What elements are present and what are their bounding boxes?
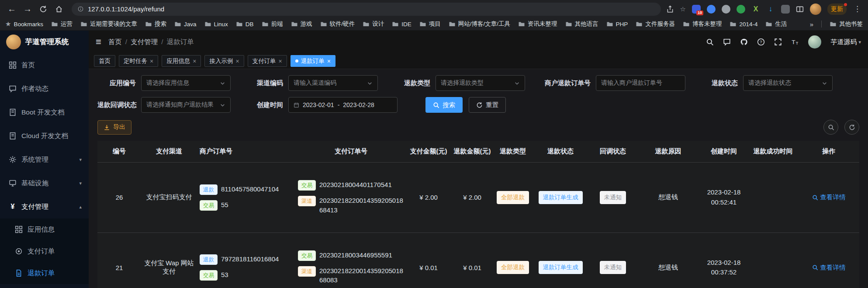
breadcrumb-home[interactable]: 首页 <box>108 38 122 47</box>
sidebar-item-home[interactable]: 首页 <box>0 53 89 77</box>
view-detail-link[interactable]: 查看详情 <box>812 193 846 201</box>
star-icon: ★ <box>5 20 11 28</box>
back-icon: ← <box>7 4 16 14</box>
sidebar-item-system[interactable]: 系统管理 ▾ <box>0 148 89 171</box>
bookmark-folder-item[interactable]: IDE <box>392 20 412 28</box>
bookmark-folder-item[interactable]: 2014-4 <box>730 20 757 28</box>
extension-icon-green-circle[interactable] <box>737 5 745 14</box>
font-size-icon[interactable]: TT <box>791 38 799 46</box>
monitor-icon <box>9 179 17 187</box>
close-icon[interactable]: × <box>150 58 153 65</box>
address-bar[interactable]: 127.0.0.1:1024/pay/refund <box>72 3 661 16</box>
fullscreen-icon[interactable] <box>774 38 782 46</box>
tab-app-info[interactable]: 应用信息× <box>162 55 201 67</box>
merchant-refund-no-input[interactable]: 请输入商户退款订单号 <box>596 75 685 91</box>
bookmark-folder-item[interactable]: 项目 <box>419 20 441 28</box>
message-icon[interactable] <box>723 38 731 46</box>
folder-icon <box>830 21 837 28</box>
extension-icon-red-badge[interactable]: 10 <box>692 5 701 14</box>
bookmark-folder-item[interactable]: 资讯未整理 <box>518 20 557 28</box>
reload-button[interactable] <box>36 2 51 17</box>
bookmark-folder-item[interactable]: 软件/硬件 <box>320 20 355 28</box>
bookmark-folder-item[interactable]: 博客未整理 <box>683 20 722 28</box>
bookmark-folder-item[interactable]: 近期需要读的文章 <box>80 20 137 28</box>
app-no-select[interactable]: 请选择应用信息 <box>141 75 231 91</box>
split-view-icon[interactable] <box>796 5 804 13</box>
tab-refund-orders[interactable]: 退款订单× <box>290 55 335 67</box>
sidebar-item-payment[interactable]: ¥ 支付管理 ▴ <box>0 195 89 219</box>
close-icon[interactable]: × <box>327 58 331 65</box>
refund-status-select[interactable]: 请选择退款状态 <box>743 75 833 91</box>
menu-fold-icon[interactable]: ≡ <box>96 37 101 47</box>
close-icon[interactable]: × <box>279 58 282 65</box>
extension-icon-blue-circle[interactable] <box>707 5 716 14</box>
export-button[interactable]: 导出 <box>97 120 131 135</box>
tab-pay-orders[interactable]: 支付订单× <box>248 55 287 67</box>
bookmark-folder-item[interactable]: 文件服务器 <box>636 20 675 28</box>
bookmark-folder-item[interactable]: PHP <box>606 20 628 28</box>
forward-button[interactable]: → <box>20 2 35 17</box>
user-avatar[interactable] <box>808 35 821 49</box>
bookmark-label: PHP <box>616 21 628 28</box>
extension-icon-download-arrow[interactable]: ↓ <box>766 5 775 14</box>
home-button[interactable] <box>52 2 66 17</box>
extension-icon-gray-circle[interactable] <box>722 5 730 14</box>
tab-demo[interactable]: 接入示例× <box>204 55 244 67</box>
bookmark-folder-item[interactable]: 网站/博客/文章/工具 <box>449 20 510 28</box>
refresh-table-button[interactable] <box>844 120 859 135</box>
folder-icon <box>565 21 572 28</box>
site-info-icon[interactable] <box>78 6 83 12</box>
bookmark-folder-item[interactable]: DB <box>236 20 254 28</box>
tab-scheduled-jobs[interactable]: 定时任务× <box>119 55 158 67</box>
toggle-search-button[interactable] <box>823 120 838 135</box>
channel-code-select[interactable]: 请输入渠道编码 <box>288 75 378 91</box>
other-bookmarks-label: 其他书签 <box>839 20 863 28</box>
bookmark-folder-item[interactable]: 设计 <box>363 20 384 28</box>
sidebar-item-boot-docs[interactable]: Boot 开发文档 <box>0 101 89 124</box>
sidebar-item-refund-orders[interactable]: 退款订单 <box>0 262 89 284</box>
bookmark-folder-item[interactable]: Linux <box>204 20 228 28</box>
share-icon[interactable] <box>666 5 674 13</box>
github-icon[interactable] <box>740 38 748 46</box>
reset-button[interactable]: 重置 <box>469 97 506 113</box>
bookmarks-overflow-chevron[interactable]: » <box>810 21 813 28</box>
trade-tag: 交易 <box>200 200 218 211</box>
create-time-label: 创建时间 <box>245 101 288 109</box>
sidebar-item-author-news[interactable]: 作者动态 <box>0 77 89 101</box>
back-button[interactable]: ← <box>4 2 19 17</box>
question-icon[interactable]: ? <box>757 38 765 46</box>
bookmark-folder-item[interactable]: 前端 <box>262 20 283 28</box>
chrome-update-button[interactable]: 更新 <box>827 3 847 15</box>
browser-toolbar: ← → 127.0.0.1:1024/pay/refund ☆ 10 X ↓ 更… <box>0 0 868 18</box>
other-bookmarks-item[interactable]: 其他书签 <box>830 20 863 28</box>
browser-menu-icon[interactable]: ⋮ <box>853 4 862 14</box>
app-logo[interactable]: 芋道管理系统 <box>0 31 89 53</box>
sidebar-item-infrastructure[interactable]: 基础设施 ▾ <box>0 171 89 195</box>
close-icon[interactable]: × <box>235 58 239 65</box>
view-detail-link[interactable]: 查看详情 <box>812 264 846 272</box>
bookmark-star-icon[interactable]: ☆ <box>680 5 686 13</box>
bookmark-folder-item[interactable]: 生活 <box>765 20 787 28</box>
extension-icon-dark-square[interactable] <box>781 5 790 14</box>
extension-icon-green-x[interactable]: X <box>751 5 760 13</box>
header-tools: ? TT 芋道源码▾ <box>706 35 861 49</box>
browser-profile-avatar[interactable] <box>810 3 821 15</box>
bookmark-folder-item[interactable]: Java <box>174 20 197 28</box>
sidebar-item-cloud-docs[interactable]: Cloud 开发文档 <box>0 124 89 148</box>
search-icon[interactable] <box>706 38 714 46</box>
bookmark-folder-item[interactable]: 其他语言 <box>565 20 598 28</box>
close-icon[interactable]: × <box>193 58 196 65</box>
refund-type-select[interactable]: 请选择退款类型 <box>436 75 525 91</box>
bookmark-folder-item[interactable]: 游戏 <box>291 20 312 28</box>
user-menu[interactable]: 芋道源码▾ <box>830 38 861 46</box>
breadcrumb-payment[interactable]: 支付管理 <box>131 38 158 47</box>
sidebar-item-pay-orders[interactable]: 支付订单 <box>0 240 89 262</box>
search-button[interactable]: 搜索 <box>425 97 463 113</box>
tab-home[interactable]: 首页 <box>94 55 115 67</box>
notify-status-select[interactable]: 请选择通知商户退款结果 <box>141 97 231 113</box>
create-time-range-picker[interactable]: 2023-02-01 - 2023-02-28 <box>288 97 398 113</box>
bookmark-folder-item[interactable]: 搜索 <box>145 20 166 28</box>
sidebar-item-app-info[interactable]: 应用信息 <box>0 219 89 240</box>
bookmark-folder-item[interactable]: 运营 <box>51 20 73 28</box>
bookmarks-manager-item[interactable]: ★ Bookmarks <box>5 20 43 28</box>
